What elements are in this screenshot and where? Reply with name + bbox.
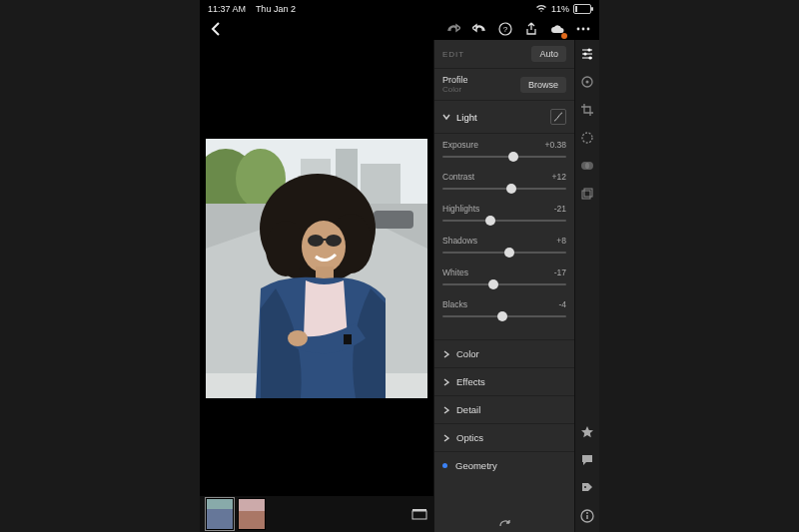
svg-point-18 <box>302 221 346 272</box>
svg-point-16 <box>266 221 306 276</box>
svg-rect-14 <box>374 211 413 229</box>
slider-track[interactable] <box>442 248 566 258</box>
wifi-icon <box>535 4 547 15</box>
slider-highlights[interactable]: Highlights-21 <box>442 204 566 226</box>
browse-profiles-button[interactable]: Browse <box>520 77 566 93</box>
optics-group-header[interactable]: Optics <box>434 424 574 452</box>
slider-label: Blacks <box>442 299 467 309</box>
filmstrip-toggle-button[interactable] <box>411 506 427 522</box>
slider-exposure[interactable]: Exposure+0.38 <box>442 140 566 162</box>
redo-forward-icon[interactable] <box>445 21 461 37</box>
slider-contrast[interactable]: Contrast+12 <box>442 172 566 194</box>
presets-tool[interactable] <box>579 158 595 174</box>
cloud-sync-button[interactable] <box>549 21 565 37</box>
slider-label: Contrast <box>442 172 474 182</box>
chevron-right-icon <box>442 350 450 358</box>
status-right: 11% <box>535 4 591 15</box>
help-button[interactable]: ? <box>497 21 513 37</box>
slider-value: +0.38 <box>544 140 566 150</box>
slider-label: Exposure <box>442 140 478 150</box>
status-date: Thu Jan 2 <box>256 4 296 14</box>
chevron-right-icon <box>442 378 450 386</box>
slider-shadows[interactable]: Shadows+8 <box>442 236 566 258</box>
svg-point-19 <box>308 235 324 247</box>
slider-knob[interactable] <box>508 152 518 162</box>
svg-rect-24 <box>344 334 352 344</box>
detail-label: Detail <box>456 404 480 415</box>
keywords-button[interactable] <box>579 480 595 496</box>
slider-knob[interactable] <box>506 184 516 194</box>
effects-label: Effects <box>456 376 485 387</box>
versions-tool[interactable] <box>579 186 595 202</box>
comments-button[interactable] <box>579 452 595 468</box>
slider-track[interactable] <box>442 184 566 194</box>
svg-point-40 <box>586 512 588 514</box>
svg-point-37 <box>584 486 586 488</box>
slider-knob[interactable] <box>485 216 495 226</box>
more-button[interactable] <box>575 21 591 37</box>
share-button[interactable] <box>523 21 539 37</box>
slider-track[interactable] <box>442 152 566 162</box>
undo-button[interactable] <box>471 21 487 37</box>
battery-icon <box>573 4 591 14</box>
photo-preview[interactable] <box>206 139 427 398</box>
status-time: 11:37 AM <box>208 4 246 14</box>
tone-curve-button[interactable] <box>550 109 566 125</box>
sync-pending-badge <box>561 33 567 39</box>
slider-value: -4 <box>558 299 566 309</box>
slider-track[interactable] <box>442 279 566 289</box>
geometry-label: Geometry <box>455 460 497 471</box>
slider-knob[interactable] <box>497 311 507 321</box>
slider-label: Whites <box>442 267 468 277</box>
slider-blacks[interactable]: Blacks-4 <box>442 299 566 321</box>
edit-panel: EDIT Auto Profile Color Browse Light <box>433 40 574 532</box>
main-area: EDIT Auto Profile Color Browse Light <box>200 40 599 532</box>
slider-knob[interactable] <box>504 248 514 258</box>
auto-button[interactable]: Auto <box>531 46 566 62</box>
back-button[interactable] <box>208 21 224 37</box>
top-toolbar: ? <box>200 18 599 40</box>
svg-point-32 <box>582 133 592 143</box>
info-button[interactable] <box>579 508 595 524</box>
crop-tool[interactable] <box>579 102 595 118</box>
svg-point-28 <box>583 52 586 55</box>
svg-rect-39 <box>586 515 587 519</box>
svg-rect-25 <box>412 511 426 519</box>
detail-group-header[interactable]: Detail <box>434 396 574 424</box>
masking-tool[interactable] <box>579 130 595 146</box>
slider-track[interactable] <box>442 216 566 226</box>
photo-canvas <box>200 40 433 532</box>
svg-rect-36 <box>584 189 592 197</box>
svg-point-34 <box>585 162 593 170</box>
slider-track[interactable] <box>442 311 566 321</box>
color-label: Color <box>456 348 479 359</box>
light-group-header[interactable]: Light <box>434 101 574 134</box>
edit-heading: EDIT <box>442 50 464 59</box>
battery-percent: 11% <box>551 4 569 14</box>
light-sliders: Exposure+0.38Contrast+12Highlights-21Sha… <box>434 134 574 340</box>
rating-star-button[interactable] <box>579 424 595 440</box>
svg-point-27 <box>587 48 590 51</box>
app-frame: 11:37 AM Thu Jan 2 11% ? <box>200 0 599 532</box>
status-left: 11:37 AM Thu Jan 2 <box>208 4 296 14</box>
svg-rect-35 <box>582 191 590 199</box>
tool-rail <box>574 40 599 532</box>
chevron-right-icon <box>442 406 450 414</box>
slider-value: +12 <box>552 172 566 182</box>
svg-point-29 <box>588 56 591 59</box>
light-label: Light <box>456 112 544 123</box>
svg-point-23 <box>288 330 308 346</box>
edit-sliders-tool[interactable] <box>579 46 595 62</box>
filmstrip-thumb[interactable] <box>238 498 266 530</box>
slider-whites[interactable]: Whites-17 <box>442 267 566 289</box>
effects-group-header[interactable]: Effects <box>434 368 574 396</box>
slider-knob[interactable] <box>488 279 498 289</box>
filmstrip-thumb[interactable] <box>206 498 234 530</box>
modified-indicator-icon <box>442 463 447 468</box>
svg-point-31 <box>586 81 589 84</box>
reset-bar[interactable] <box>434 514 574 532</box>
healing-tool[interactable] <box>579 74 595 90</box>
color-group-header[interactable]: Color <box>434 340 574 368</box>
filmstrip <box>200 496 433 532</box>
geometry-group-header[interactable]: Geometry <box>434 452 574 479</box>
